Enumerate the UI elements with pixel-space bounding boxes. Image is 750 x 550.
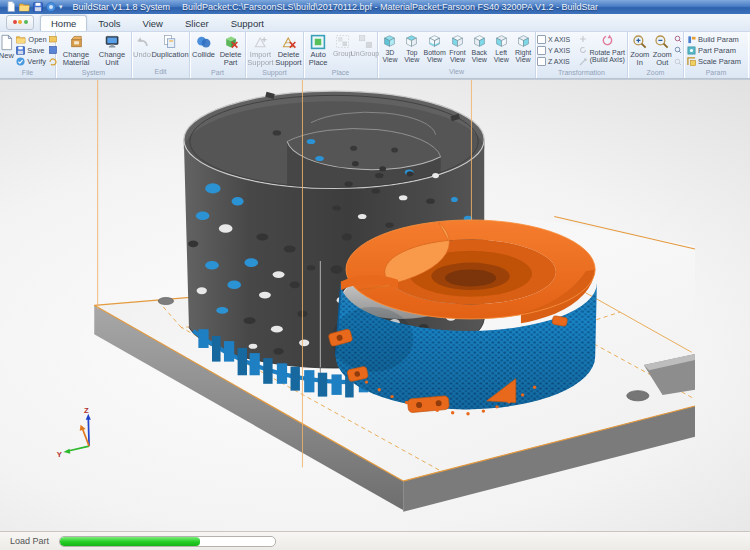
group-caption-transformation: Transformation [537, 68, 626, 79]
app-logo-amber-dot [18, 20, 22, 24]
move-tool-icon[interactable] [579, 35, 587, 43]
delete-part-icon [223, 34, 239, 50]
scale-param-icon [687, 57, 696, 66]
tab-tools[interactable]: Tools [87, 15, 131, 31]
tab-home[interactable]: Home [40, 15, 87, 31]
tab-slicer[interactable]: Slicer [174, 15, 220, 31]
build-param-icon [687, 35, 696, 44]
zoom-in-button[interactable]: Zoom In [629, 33, 651, 68]
y-axis-checkbox-box[interactable] [537, 46, 546, 55]
part-param-button[interactable]: Part Param [686, 45, 746, 56]
duplication-button[interactable]: Duplication [152, 33, 188, 68]
qat-dropdown-icon[interactable]: ▾ [59, 3, 63, 11]
x-axis-checkbox-box[interactable] [537, 35, 546, 44]
progress-fill [60, 537, 200, 546]
status-label: Load Part [10, 536, 49, 546]
new-doc-icon [0, 34, 14, 51]
group-caption-system: System [57, 68, 130, 79]
import-support-button[interactable]: Import Support [247, 33, 274, 68]
ribbon-group-transformation: X AXIS Y AXIS Z AXIS Rotate Part (Build … [536, 32, 628, 79]
ribbon-group-system: Change Material Change Unit System [56, 32, 132, 79]
auto-place-button[interactable]: Auto Place [305, 33, 331, 68]
open-folder-icon[interactable] [19, 2, 30, 12]
view-right-button[interactable]: Right View [512, 33, 534, 68]
new-file-icon[interactable] [6, 1, 16, 12]
scale-tool-icon[interactable] [579, 58, 587, 66]
zoom-out-button[interactable]: Zoom Out [652, 33, 674, 68]
buildstar-window: ▾ BuildStar V1.1.8 System BuildPacket:C:… [0, 0, 750, 550]
title-bar: ▾ BuildStar V1.1.8 System BuildPacket:C:… [0, 0, 750, 14]
delete-support-button[interactable]: Delete Support [275, 33, 302, 68]
platform-hole [158, 298, 173, 305]
help-icon[interactable] [46, 2, 56, 12]
import-support-icon [253, 34, 269, 50]
view-back-button[interactable]: Back View [468, 33, 490, 68]
view-left-button[interactable]: Left View [490, 33, 512, 68]
x-axis-arrow [80, 425, 86, 431]
viewport-3d[interactable]: Z Y [0, 79, 750, 531]
view-bottom-button[interactable]: Bottom View [423, 33, 447, 68]
open-icon [16, 35, 26, 44]
tab-support[interactable]: Support [220, 15, 275, 31]
cube-left-icon [494, 34, 509, 48]
x-axis-checkbox[interactable]: X AXIS [537, 34, 578, 45]
material-box-icon [68, 34, 85, 50]
application-button[interactable] [6, 15, 34, 30]
cube-back-icon [472, 34, 487, 48]
save-button[interactable]: Save [15, 45, 47, 56]
zoom-window-icon[interactable] [674, 46, 682, 54]
document-title: BuildPacket:C:\FarsoonSLS\build\20170112… [182, 2, 598, 12]
save-disk-icon[interactable] [33, 2, 43, 12]
ribbon-group-edit: Undo Duplication Edit [132, 32, 190, 79]
ribbon-group-zoom: Zoom In Zoom Out Zoom [628, 32, 684, 79]
cube-bottom-icon [427, 34, 442, 48]
ribbon: New Open Save Verify [0, 32, 750, 80]
group-caption-edit: Edit [133, 67, 188, 78]
y-axis-arrow [64, 449, 71, 454]
ribbon-group-part: Collide Delete Part Part [190, 32, 246, 79]
zoom-out-icon [654, 34, 670, 50]
app-logo-red-dot [13, 20, 17, 24]
group-caption-view: View [379, 67, 534, 78]
rotate-tool-icon[interactable] [579, 46, 587, 54]
zoom-in-icon [632, 34, 648, 50]
scale-param-button[interactable]: Scale Param [686, 56, 746, 67]
scene-canvas[interactable]: Z Y [0, 80, 750, 531]
delete-support-icon [281, 34, 297, 50]
view-3d-button[interactable]: 3D View [379, 33, 401, 68]
view-front-button[interactable]: Front View [447, 33, 469, 68]
new-button[interactable]: New [0, 33, 14, 68]
rotate-part-build-axis-button[interactable]: Rotate Part (Build Axis) [588, 33, 626, 68]
tab-view[interactable]: View [132, 15, 174, 31]
collide-button[interactable]: Collide [191, 33, 216, 68]
change-unit-button[interactable]: Change Unit [95, 33, 129, 68]
ribbon-group-param: Build Param Part Param Scale Param Param [684, 32, 748, 79]
delete-part-button[interactable]: Delete Part [217, 33, 244, 68]
z-axis-checkbox[interactable]: Z AXIS [537, 56, 578, 67]
undo-icon [134, 34, 150, 50]
group-caption-zoom: Zoom [629, 68, 682, 79]
ungroup-button[interactable]: UnGroup [354, 33, 376, 68]
zoom-all-icon[interactable] [674, 58, 682, 66]
collide-icon [196, 34, 212, 50]
z-axis-label: Z [84, 406, 89, 415]
part-param-icon [687, 46, 696, 55]
ribbon-group-view: 3D View Top View Bottom View Front View … [378, 32, 536, 79]
cube-3d-icon [382, 34, 397, 48]
verify-button[interactable]: Verify [15, 56, 47, 67]
z-axis-checkbox-box[interactable] [537, 57, 546, 66]
y-axis-checkbox[interactable]: Y AXIS [537, 45, 578, 56]
app-title: BuildStar V1.1.8 System [73, 2, 171, 12]
view-top-button[interactable]: Top View [401, 33, 423, 68]
y-axis-label: Y [57, 451, 62, 460]
zoom-part-icon[interactable] [674, 35, 682, 43]
cube-front-icon [450, 34, 465, 48]
group-caption-place: Place [305, 68, 376, 79]
open-button[interactable]: Open [15, 34, 47, 45]
ribbon-group-support: Import Support Delete Support Support [246, 32, 304, 79]
app-logo-green-dot [24, 20, 28, 24]
group-caption-param: Param [685, 68, 747, 79]
build-param-button[interactable]: Build Param [686, 34, 746, 45]
undo-button[interactable]: Undo [133, 33, 151, 68]
change-material-button[interactable]: Change Material [58, 33, 94, 68]
